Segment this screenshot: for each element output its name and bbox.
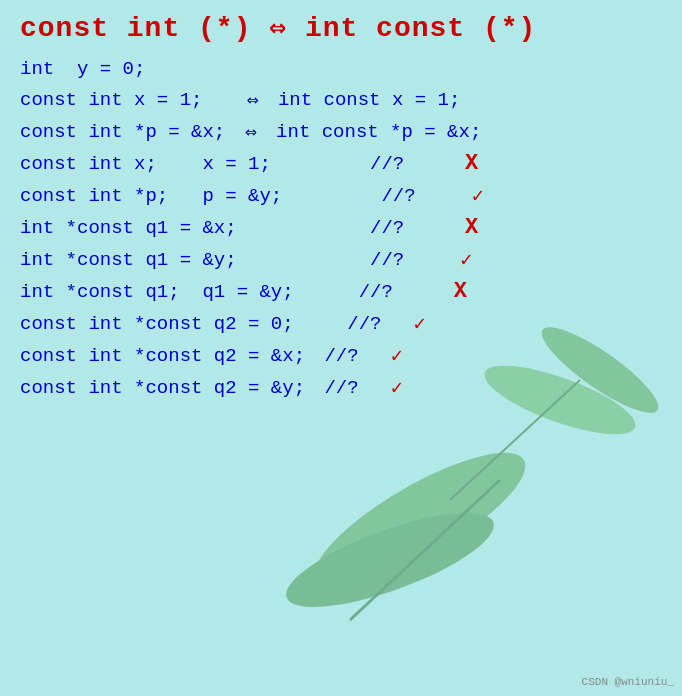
result-3: X	[412, 151, 478, 176]
code-right-2: int const *p = &x;	[265, 121, 482, 143]
code-left-4: const int *p; p = &y;	[20, 185, 282, 207]
code-line-4: const int *p; p = &y; //? ✓	[20, 183, 662, 208]
result-8: ✓	[389, 311, 425, 336]
comment-4: //?	[290, 185, 415, 207]
result-9: ✓	[367, 343, 403, 368]
code-left-5: int *const q1 = &x;	[20, 217, 237, 239]
result-6: ✓	[412, 247, 472, 272]
title: const int (*) ⇔ int const (*)	[20, 10, 662, 44]
code-line-3: const int x; x = 1; //? X	[20, 151, 662, 176]
code-left-8: const int *const q2 = 0;	[20, 313, 339, 335]
code-line-7: int *const q1; q1 = &y; //? X	[20, 279, 662, 304]
code-left-10: const int *const q2 = &y;	[20, 377, 316, 399]
code-left-3: const int x; x = 1;	[20, 153, 271, 175]
comment-7: //?	[302, 281, 393, 303]
result-7: X	[401, 279, 467, 304]
code-text-y: int y = 0;	[20, 58, 145, 80]
comment-6: //?	[245, 249, 405, 271]
code-line-y: int y = 0;	[20, 58, 662, 80]
code-line-10: const int *const q2 = &y; //? ✓	[20, 375, 662, 400]
arrow-1: ⇔	[210, 87, 258, 112]
title-text: const int (*) ⇔ int const (*)	[20, 13, 536, 44]
comment-9: //?	[324, 345, 358, 367]
result-10: ✓	[367, 375, 403, 400]
code-line-2: const int *p = &x; ⇔ int const *p = &x;	[20, 119, 662, 144]
result-4: ✓	[424, 183, 484, 208]
code-left-9: const int *const q2 = &x;	[20, 345, 316, 367]
comment-5: //?	[245, 217, 405, 239]
main-content: const int (*) ⇔ int const (*) int y = 0;…	[0, 0, 682, 417]
comment-10: //?	[324, 377, 358, 399]
code-left-1: const int x = 1;	[20, 89, 202, 111]
code-left-6: int *const q1 = &y;	[20, 249, 237, 271]
svg-point-0	[299, 430, 542, 611]
code-line-9: const int *const q2 = &x; //? ✓	[20, 343, 662, 368]
svg-point-1	[276, 494, 503, 626]
code-line-8: const int *const q2 = 0; //? ✓	[20, 311, 662, 336]
arrow-2: ⇔	[245, 119, 257, 144]
result-5: X	[412, 215, 478, 240]
comment-8: //?	[347, 313, 381, 335]
svg-line-2	[350, 480, 500, 620]
watermark: CSDN @wniuniu_	[582, 676, 674, 688]
code-line-1: const int x = 1; ⇔ int const x = 1;	[20, 87, 662, 112]
code-left-2: const int *p = &x;	[20, 121, 237, 143]
comment-3: //?	[279, 153, 404, 175]
code-right-1: int const x = 1;	[266, 89, 460, 111]
code-line-6: int *const q1 = &y; //? ✓	[20, 247, 662, 272]
code-line-5: int *const q1 = &x; //? X	[20, 215, 662, 240]
code-left-7: int *const q1; q1 = &y;	[20, 281, 294, 303]
